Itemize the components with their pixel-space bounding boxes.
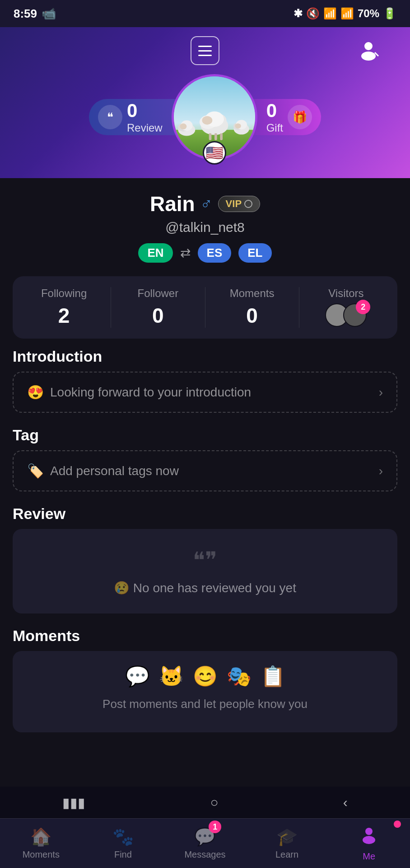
battery-level: 70% — [358, 7, 379, 20]
profile-info: Rain ♂ VIP @talkin_net8 EN ⇄ ES EL — [0, 178, 410, 267]
android-home-btn[interactable]: ○ — [210, 795, 218, 810]
review-pill[interactable]: ❝ 0 Review — [89, 99, 176, 135]
svg-point-1 — [361, 52, 376, 61]
status-right: ✱ 🔇 📶 📶 70% 🔋 — [294, 7, 396, 20]
moments-box[interactable]: 💬 🐱 😊 🎭 📋 Post moments and let people kn… — [13, 651, 397, 732]
visitors-label: Visitors — [328, 287, 363, 300]
tag-placeholder: Add personal tags now — [50, 464, 179, 478]
stats-bar: Following 2 Follower 0 Moments 0 Visitor… — [13, 276, 397, 339]
vip-badge: VIP — [218, 196, 260, 212]
gift-icon: 🎁 — [288, 105, 312, 129]
review-section: Review ❝❞ 😢 No one has reviewed you yet — [0, 505, 410, 613]
bottom-nav: 🏠 Moments 🐾 Find 1 💬 Messages 🎓 Learn Me — [0, 818, 410, 868]
gift-pill[interactable]: 0 Gift 🎁 — [253, 99, 321, 135]
review-icon: ❝ — [98, 105, 122, 129]
moments-nav-label: Moments — [23, 849, 60, 860]
moments-section: Moments 💬 🐱 😊 🎭 📋 Post moments and let p… — [0, 627, 410, 732]
lang-tag-es[interactable]: ES — [198, 243, 232, 263]
visitors-avatars: 2 — [325, 303, 367, 327]
quote-icon: ❝❞ — [193, 547, 217, 573]
svg-point-20 — [235, 123, 241, 128]
moments-empty-text: Post moments and let people know you — [102, 697, 308, 711]
moment-icon-2: 🐱 — [159, 665, 184, 688]
gender-icon: ♂ — [200, 194, 213, 213]
header-area: ❝ 0 Review — [0, 27, 410, 178]
introduction-input[interactable]: 😍 Looking forward to your introduction › — [13, 372, 397, 413]
profile-name-row: Rain ♂ VIP — [14, 192, 396, 216]
bluetooth-icon: ✱ — [294, 7, 303, 20]
flag-badge: 🇺🇸 — [203, 141, 226, 165]
nav-find[interactable]: 🐾 Find — [82, 819, 164, 868]
tag-section: Tag 🏷️ Add personal tags now › — [0, 426, 410, 491]
tag-input[interactable]: 🏷️ Add personal tags now › — [13, 450, 397, 491]
status-time: 8:59 — [14, 7, 37, 21]
header-row — [14, 36, 396, 65]
volume-icon: 🔇 — [306, 7, 320, 20]
moment-icon-5: 📋 — [261, 665, 285, 688]
lang-tag-el[interactable]: EL — [238, 243, 271, 263]
moments-count: 0 — [246, 303, 258, 328]
stat-moments[interactable]: Moments 0 — [205, 287, 299, 328]
profile-action-button[interactable] — [354, 36, 383, 65]
nav-moments[interactable]: 🏠 Moments — [0, 819, 82, 868]
introduction-placeholder: Looking forward to your introduction — [50, 385, 251, 400]
me-online-badge — [394, 821, 401, 828]
svg-rect-12 — [220, 133, 223, 140]
moments-title: Moments — [13, 627, 397, 645]
android-recent-btn[interactable]: ▮▮▮ — [62, 795, 85, 811]
camera-icon: 📹 — [42, 7, 56, 21]
following-label: Following — [41, 287, 87, 300]
stats-pill-row: ❝ 0 Review — [14, 74, 396, 160]
moments-nav-icon: 🏠 — [30, 827, 51, 847]
menu-button[interactable] — [191, 36, 219, 65]
review-empty-text: 😢 No one has reviewed you yet — [114, 580, 296, 595]
svg-point-9 — [202, 116, 212, 125]
me-nav-icon — [359, 826, 378, 849]
gift-count-value: 0 Gift — [266, 100, 283, 134]
profile-name: Rain — [150, 192, 195, 216]
svg-point-22 — [363, 836, 375, 844]
follower-label: Follower — [138, 287, 179, 300]
following-count: 2 — [58, 303, 70, 328]
messages-nav-label: Messages — [184, 849, 225, 860]
learn-nav-icon: 🎓 — [276, 827, 298, 847]
moments-label: Moments — [230, 287, 275, 300]
status-bar: 8:59 📹 ✱ 🔇 📶 📶 70% 🔋 — [0, 0, 410, 27]
follower-count: 0 — [152, 303, 164, 328]
tag-title: Tag — [13, 426, 397, 444]
moment-icon-3: 😊 — [193, 665, 218, 688]
messages-badge: 1 — [209, 821, 221, 833]
find-nav-label: Find — [114, 849, 132, 860]
svg-rect-11 — [214, 133, 217, 140]
android-back-btn[interactable]: ‹ — [343, 795, 348, 810]
review-title: Review — [13, 505, 397, 523]
introduction-section: Introduction 😍 Looking forward to your i… — [0, 348, 410, 413]
nav-me[interactable]: Me — [328, 819, 410, 868]
vip-circle — [244, 200, 252, 208]
lang-tag-en[interactable]: EN — [138, 243, 172, 263]
stat-follower[interactable]: Follower 0 — [111, 287, 205, 328]
visitor-count-badge: 2 — [356, 300, 370, 314]
moments-icons: 💬 🐱 😊 🎭 📋 — [125, 665, 285, 688]
svg-point-0 — [364, 42, 373, 50]
find-nav-icon: 🐾 — [112, 827, 134, 847]
introduction-chevron: › — [379, 385, 383, 400]
swap-icon: ⇄ — [180, 245, 191, 260]
language-tags: EN ⇄ ES EL — [14, 243, 396, 263]
moment-icon-4: 🎭 — [227, 665, 252, 688]
nav-messages[interactable]: 1 💬 Messages — [164, 819, 246, 868]
android-nav: ▮▮▮ ○ ‹ — [0, 787, 410, 818]
me-nav-label: Me — [363, 851, 375, 862]
battery-icon: 🔋 — [383, 7, 396, 20]
username: @talkin_net8 — [14, 220, 396, 235]
nav-learn[interactable]: 🎓 Learn — [246, 819, 328, 868]
introduction-title: Introduction — [13, 348, 397, 365]
introduction-emoji: 😍 — [27, 384, 44, 400]
tag-chevron: › — [379, 464, 383, 478]
svg-point-21 — [365, 828, 373, 835]
signal-icon: 📶 — [340, 7, 354, 20]
learn-nav-label: Learn — [275, 849, 298, 860]
stat-visitors[interactable]: Visitors 2 — [299, 287, 393, 328]
stat-following[interactable]: Following 2 — [17, 287, 111, 328]
review-box: ❝❞ 😢 No one has reviewed you yet — [13, 529, 397, 613]
